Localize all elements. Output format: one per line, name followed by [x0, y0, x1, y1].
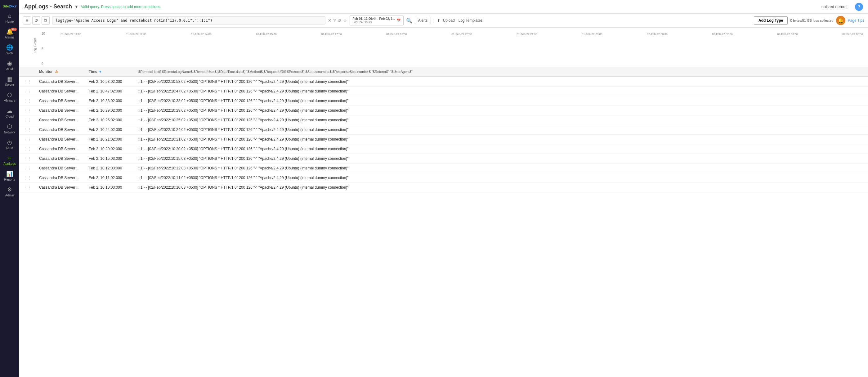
x-label-0: 01-Feb-22 11:06 [61, 33, 81, 36]
title-dropdown-icon[interactable]: ▼ [74, 4, 79, 9]
row-time: Feb 2, 10:29:02:000 [85, 106, 135, 116]
x-label-10: 02-Feb-22 02:06 [712, 33, 733, 36]
query-help-icon[interactable]: ? [334, 18, 336, 23]
sidebar-label-web: Web [6, 52, 13, 55]
table-row[interactable]: ⋮⋮ Cassandra DB Server ... Feb 2, 10:12:… [19, 163, 868, 173]
sidebar-item-web[interactable]: 🌐Web [0, 41, 19, 57]
sidebar-item-admin[interactable]: ⚙Admin [0, 184, 19, 199]
topbar-right: nalized demo | ? [822, 3, 863, 11]
row-message: ::1 - - [02/Feb/2022:10:21:02 +0530] "OP… [135, 135, 868, 144]
col-header-monitor[interactable]: Monitor ⚠ [35, 67, 85, 76]
copy-button[interactable]: ⧉ [41, 17, 50, 25]
list-view-button[interactable]: ≡ [23, 17, 31, 25]
sidebar-item-apm[interactable]: ◉APM [0, 57, 19, 73]
table-row[interactable]: ⋮⋮ Cassandra DB Server ... Feb 2, 10:10:… [19, 183, 868, 192]
sidebar-label-reports: Reports [4, 178, 15, 181]
row-monitor: Cassandra DB Server ... [35, 76, 85, 87]
table-row[interactable]: ⋮⋮ Cassandra DB Server ... Feb 2, 10:24:… [19, 125, 868, 135]
row-monitor: Cassandra DB Server ... [35, 106, 85, 116]
query-input[interactable] [52, 17, 326, 25]
upload-label[interactable]: Upload [443, 18, 455, 23]
log-table-container: Monitor ⚠ Time ▼ $RemoteHost$ $RemoteLog… [19, 67, 868, 377]
search-icon[interactable]: 🔍 [406, 18, 412, 24]
sidebar-label-cloud: Cloud [6, 115, 14, 118]
row-time: Feb 2, 10:20:02:000 [85, 144, 135, 154]
row-message: ::1 - - [02/Feb/2022:10:15:03 +0530] "OP… [135, 154, 868, 163]
row-drag-handle: ⋮⋮ [19, 183, 35, 192]
row-time: Feb 2, 10:25:02:000 [85, 116, 135, 125]
row-drag-handle: ⋮⋮ [19, 116, 35, 125]
sidebar-item-network[interactable]: ⬡Network [0, 121, 19, 136]
table-row[interactable]: ⋮⋮ Cassandra DB Server ... Feb 2, 10:29:… [19, 106, 868, 116]
home-icon: ⌂ [8, 13, 11, 19]
y-axis-label: Log Events [33, 35, 37, 57]
sidebar-label-applogs: AppLogs [3, 162, 16, 165]
help-button[interactable]: ? [855, 3, 863, 11]
notification-button[interactable]: 🔔 [836, 16, 845, 25]
row-drag-handle: ⋮⋮ [19, 163, 35, 173]
reload-icon[interactable]: ↺ [338, 18, 341, 23]
clear-query-icon[interactable]: ✕ [328, 18, 332, 23]
sidebar-label-network: Network [4, 131, 16, 134]
server-icon: ▦ [7, 76, 12, 83]
table-row[interactable]: ⋮⋮ Cassandra DB Server ... Feb 2, 10:20:… [19, 144, 868, 154]
page-tips-link[interactable]: Page Tips [848, 18, 864, 23]
badge-alarms: 99+ [10, 28, 17, 31]
log-templates-label[interactable]: Log Templates [459, 18, 483, 23]
table-row[interactable]: ⋮⋮ Cassandra DB Server ... Feb 2, 10:25:… [19, 116, 868, 125]
row-monitor: Cassandra DB Server ... [35, 116, 85, 125]
row-time: Feb 2, 10:47:02:000 [85, 87, 135, 96]
row-time: Feb 2, 10:12:03:000 [85, 163, 135, 173]
datetime-line1: Feb 01, 11:06:44 - Feb 02, 1... [352, 17, 395, 21]
row-drag-handle: ⋮⋮ [19, 96, 35, 106]
row-drag-handle: ⋮⋮ [19, 106, 35, 116]
table-row[interactable]: ⋮⋮ Cassandra DB Server ... Feb 2, 10:21:… [19, 135, 868, 144]
row-message: ::1 - - [02/Feb/2022:10:24:02 +0530] "OP… [135, 125, 868, 135]
sidebar-item-server[interactable]: ▦Server [0, 73, 19, 89]
alerts-button[interactable]: Alerts [415, 17, 431, 24]
row-message: ::1 - - [02/Feb/2022:10:11:02 +0530] "OP… [135, 173, 868, 183]
row-monitor: Cassandra DB Server ... [35, 183, 85, 192]
table-row[interactable]: ⋮⋮ Cassandra DB Server ... Feb 2, 10:53:… [19, 76, 868, 87]
vmware-icon: ⬡ [7, 92, 12, 98]
add-log-type-button[interactable]: Add Log Type [754, 17, 788, 25]
datetime-picker[interactable]: Feb 01, 11:06:44 - Feb 02, 1... Last 24 … [350, 15, 403, 26]
topbar: AppLogs - Search ▼ Valid query. Press sp… [19, 0, 868, 14]
demo-text: nalized demo | [822, 4, 847, 9]
sidebar-label-rum: RUM [6, 147, 13, 150]
table-row[interactable]: ⋮⋮ Cassandra DB Server ... Feb 2, 10:33:… [19, 96, 868, 106]
sidebar-item-vmware[interactable]: ⬡VMware [0, 89, 19, 105]
upload-icon[interactable]: ⬆ [437, 18, 440, 23]
row-drag-handle: ⋮⋮ [19, 144, 35, 154]
brand-logo[interactable]: Site24x7 [2, 2, 18, 10]
sidebar-item-cloud[interactable]: ☁Cloud [0, 105, 19, 121]
table-row[interactable]: ⋮⋮ Cassandra DB Server ... Feb 2, 10:47:… [19, 87, 868, 96]
col-header-time[interactable]: Time ▼ [85, 67, 135, 76]
sidebar-label-apm: APM [6, 67, 13, 71]
refresh-button[interactable]: ↺ [32, 17, 40, 25]
log-table-body: ⋮⋮ Cassandra DB Server ... Feb 2, 10:53:… [19, 76, 868, 192]
page-title: AppLogs - Search [24, 3, 72, 10]
sidebar-item-home[interactable]: ⌂Home [0, 10, 19, 26]
sidebar-item-applogs[interactable]: ≡AppLogs [0, 152, 19, 168]
x-label-9: 02-Feb-22 00:36 [647, 33, 668, 36]
sidebar-label-admin: Admin [5, 194, 14, 197]
applogs-icon: ≡ [8, 155, 11, 161]
calendar-icon[interactable]: 📅 [397, 19, 401, 23]
table-row[interactable]: ⋮⋮ Cassandra DB Server ... Feb 2, 10:11:… [19, 173, 868, 183]
table-row[interactable]: ⋮⋮ Cassandra DB Server ... Feb 2, 10:15:… [19, 154, 868, 163]
sidebar-item-rum[interactable]: ◷RUM [0, 136, 19, 152]
x-label-1: 01-Feb-22 12:36 [126, 33, 147, 36]
row-monitor: Cassandra DB Server ... [35, 173, 85, 183]
sidebar-item-reports[interactable]: 📊Reports [0, 168, 19, 184]
row-monitor: Cassandra DB Server ... [35, 144, 85, 154]
row-message: ::1 - - [02/Feb/2022:10:53:02 +0530] "OP… [135, 76, 868, 87]
row-message: ::1 - - [02/Feb/2022:10:10:03 +0530] "OP… [135, 183, 868, 192]
row-time: Feb 2, 10:33:02:000 [85, 96, 135, 106]
table-header-row: Monitor ⚠ Time ▼ $RemoteHost$ $RemoteLog… [19, 67, 868, 76]
main-content: AppLogs - Search ▼ Valid query. Press sp… [19, 0, 868, 377]
star-icon[interactable]: ☆ [343, 18, 347, 23]
sidebar-item-alarms[interactable]: 🔔Alarms99+ [0, 26, 19, 41]
row-time: Feb 2, 10:24:02:000 [85, 125, 135, 135]
row-drag-handle: ⋮⋮ [19, 135, 35, 144]
